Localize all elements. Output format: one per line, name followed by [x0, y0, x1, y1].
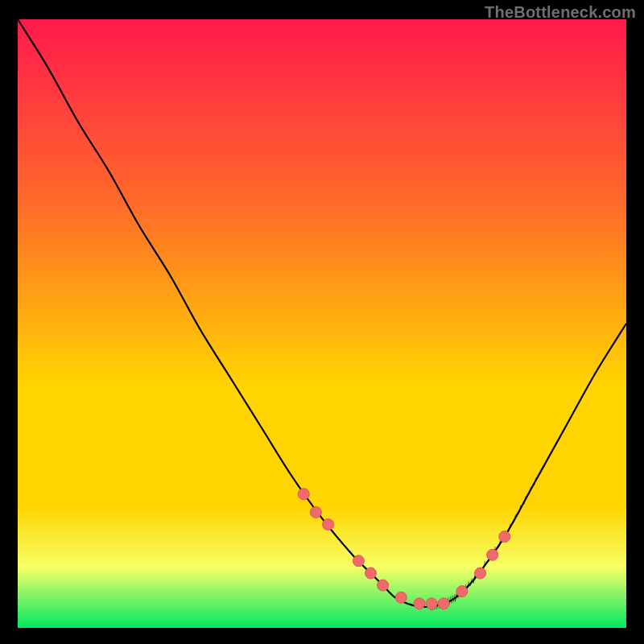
marker-point: [499, 531, 510, 543]
watermark-label: TheBottleneck.com: [485, 3, 636, 22]
marker-point: [426, 598, 437, 609]
marker-point: [365, 568, 377, 579]
marker-point: [438, 598, 449, 609]
gradient-background: [18, 19, 626, 628]
chart-stage: TheBottleneck.com: [0, 0, 644, 644]
marker-point: [475, 568, 486, 579]
marker-point: [353, 555, 364, 567]
marker-point: [323, 519, 334, 530]
marker-point: [456, 586, 468, 597]
marker-point: [395, 592, 407, 603]
marker-point: [298, 489, 309, 500]
marker-point: [310, 506, 321, 518]
marker-point: [378, 580, 389, 591]
plot-area: [18, 19, 626, 628]
marker-point: [487, 549, 498, 560]
bottleneck-plot: [18, 19, 626, 628]
marker-point: [414, 598, 425, 609]
